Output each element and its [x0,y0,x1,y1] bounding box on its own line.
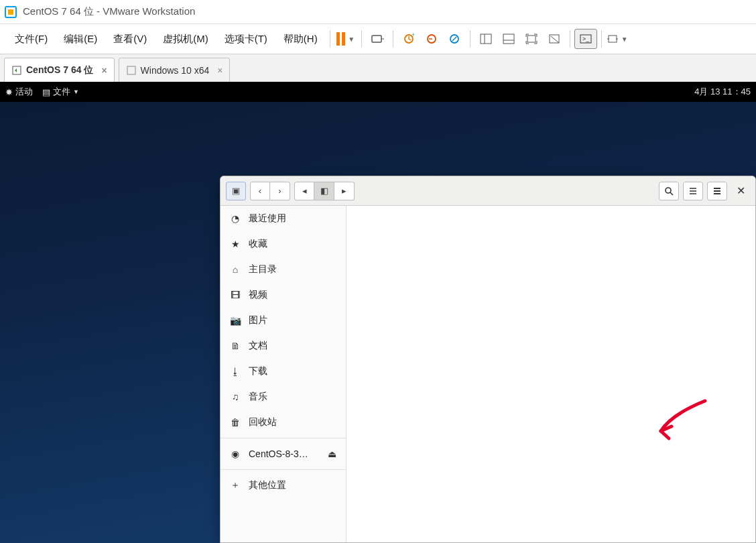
menu-icon [712,186,722,196]
trash-icon: 🗑 [230,417,241,428]
view-single-button[interactable] [475,29,497,49]
separator [330,30,330,48]
vm-tabs: CentOS 7 64 位 × Windows 10 x64 × [0,54,756,82]
console-view-button[interactable]: >_ [574,29,597,49]
sidebar-recent[interactable]: ◔最近使用 [220,206,346,231]
path-group: ◂ ◧ ▸ [294,182,355,200]
view-list-button[interactable] [683,182,703,200]
sidebar-documents[interactable]: 🗎文档 [220,333,346,359]
pause-vm-button[interactable]: ▼ [334,29,357,49]
files-body: ◔最近使用 ★收藏 ⌂主目录 🎞视频 📷图片 🗎文档 ⭳下载 ♫音乐 🗑回收站 … [220,206,755,542]
sidebar-home[interactable]: ⌂主目录 [220,257,346,282]
eject-button[interactable]: ⏏ [328,448,336,459]
menu-file[interactable]: 文件(F) [7,29,56,50]
document-icon: 🗎 [230,341,241,351]
sidebar-downloads[interactable]: ⭳下载 [220,359,346,384]
appmenu-files[interactable]: ▤ 文件 ▼ [42,86,79,98]
music-icon: ♫ [230,391,241,402]
sidebar-label: 收藏 [249,238,267,250]
menu-tabs[interactable]: 选项卡(T) [216,29,275,50]
separator [393,30,393,48]
back-button[interactable]: ‹ [250,182,270,200]
clock[interactable]: 4月 13 11：45 [694,86,751,98]
separator [470,30,470,48]
snapshot-revert-button[interactable] [420,29,443,49]
svg-rect-11 [527,36,536,42]
svg-line-20 [670,192,673,195]
vmware-logo-icon [4,5,17,19]
sidebar-other[interactable]: ＋其他位置 [220,473,346,498]
activities-button[interactable]: ✸ 活动 [5,86,33,98]
hamburger-button[interactable] [707,182,727,200]
places-button[interactable]: ▣ [226,182,246,200]
tab-centos[interactable]: CentOS 7 64 位 × [4,58,115,82]
search-icon [664,186,674,196]
menu-view[interactable]: 查看(V) [105,29,155,50]
separator [601,30,602,48]
sidebar-label: 最近使用 [249,213,286,225]
menu-help[interactable]: 帮助(H) [275,29,326,50]
sidebar-label: 下载 [249,365,267,377]
places-sidebar: ◔最近使用 ★收藏 ⌂主目录 🎞视频 📷图片 🗎文档 ⭳下载 ♫音乐 🗑回收站 … [220,206,346,542]
stretch-button[interactable]: ▼ [606,29,629,49]
path-current[interactable]: ◧ [314,182,334,200]
path-next-button[interactable]: ▸ [334,182,355,200]
home-icon: ⌂ [230,264,241,275]
sidebar-trash[interactable]: 🗑回收站 [220,410,346,435]
svg-rect-9 [503,34,514,44]
guest-desktop[interactable]: ✸ 活动 ▤ 文件 ▼ 4月 13 11：45 ▣ ‹ › ◂ ◧ ▸ [0,82,756,543]
sidebar-pictures[interactable]: 📷图片 [220,308,346,333]
nav-group: ‹ › [250,182,290,200]
sidebar-label: 回收站 [249,416,277,428]
unity-button[interactable] [543,29,566,49]
tab-label: CentOS 7 64 位 [26,64,93,76]
camera-icon: 📷 [230,315,241,326]
snapshot-manager-button[interactable] [443,29,466,49]
window-close-button[interactable]: ✕ [731,184,750,197]
plus-icon: ＋ [230,479,241,491]
files-app-icon: ▤ [42,87,50,97]
sidebar-starred[interactable]: ★收藏 [220,231,346,257]
tab-label: Windows 10 x64 [141,65,210,76]
svg-line-13 [551,36,559,43]
download-icon: ⭳ [230,366,241,377]
tab-close-button[interactable]: × [101,65,107,76]
svg-rect-7 [481,34,491,44]
path-prev-button[interactable]: ◂ [294,182,314,200]
separator [361,30,362,48]
vmware-titlebar: CentOS 7 64 位 - VMware Workstation [0,0,756,24]
disc-icon: ◉ [230,448,241,459]
sidebar-label: 音乐 [249,391,267,403]
gnome-top-bar: ✸ 活动 ▤ 文件 ▼ 4月 13 11：45 [0,82,756,102]
svg-text:+: + [412,33,415,38]
star-icon: ★ [230,239,241,249]
files-headerbar: ▣ ‹ › ◂ ◧ ▸ ✕ [220,176,755,206]
fullscreen-button[interactable] [520,29,543,49]
sidebar-separator [220,438,346,438]
sidebar-label: 图片 [249,314,267,326]
folder-grid[interactable] [346,206,755,542]
search-button[interactable] [659,182,679,200]
vm-stopped-icon [126,65,137,76]
menu-vm[interactable]: 虚拟机(M) [155,29,216,50]
sidebar-separator [220,469,346,470]
svg-rect-1 [8,9,13,15]
sidebar-disc[interactable]: ◉CentOS-8-3…⏏ [220,441,346,467]
svg-rect-2 [372,36,381,42]
sidebar-music[interactable]: ♫音乐 [220,384,346,410]
activities-icon: ✸ [5,87,13,97]
files-window: ▣ ‹ › ◂ ◧ ▸ ✕ ◔最近使用 [220,176,756,543]
tab-windows[interactable]: Windows 10 x64 × [119,58,231,82]
forward-button[interactable]: › [270,182,290,200]
sidebar-videos[interactable]: 🎞视频 [220,282,346,308]
svg-rect-16 [609,36,617,42]
view-split-button[interactable] [497,29,520,49]
snapshot-take-button[interactable]: + [397,29,420,49]
activities-label: 活动 [15,86,33,98]
menu-edit[interactable]: 编辑(E) [56,29,105,50]
svg-rect-18 [127,66,135,74]
clock-icon: ◔ [230,213,241,224]
tab-close-button[interactable]: × [217,65,223,76]
send-ctrl-alt-del-button[interactable] [366,29,389,49]
separator [570,30,570,48]
